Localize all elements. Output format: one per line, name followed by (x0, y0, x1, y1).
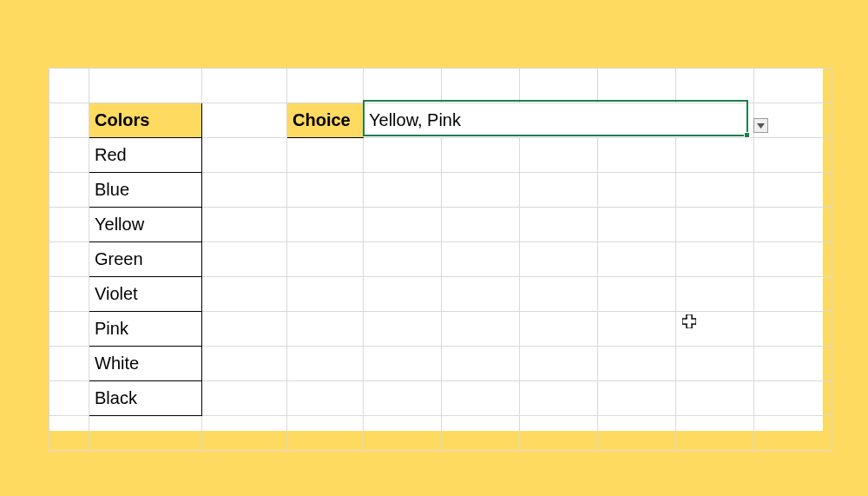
cell[interactable] (676, 208, 754, 242)
cell[interactable] (202, 69, 287, 103)
cell[interactable] (287, 381, 364, 416)
cell[interactable] (520, 208, 598, 242)
cell[interactable] (202, 312, 287, 347)
cell[interactable] (202, 277, 287, 312)
cell[interactable] (287, 173, 364, 208)
cell[interactable] (754, 69, 832, 103)
cell[interactable] (754, 242, 832, 277)
cell[interactable] (49, 381, 89, 416)
cell[interactable] (442, 242, 520, 277)
cell[interactable] (49, 208, 89, 242)
cell[interactable] (520, 173, 598, 208)
cell[interactable] (202, 242, 287, 277)
cell[interactable] (754, 173, 832, 208)
cell[interactable] (364, 347, 442, 381)
cell[interactable] (520, 347, 598, 381)
colors-header-cell[interactable]: Colors (89, 103, 202, 138)
cell[interactable] (598, 208, 676, 242)
cell[interactable] (49, 69, 89, 103)
cell[interactable] (520, 69, 598, 103)
list-item[interactable]: Violet (89, 277, 202, 312)
list-item[interactable]: Pink (89, 312, 202, 347)
cell[interactable] (598, 277, 676, 312)
cell[interactable] (442, 173, 520, 208)
cell[interactable] (520, 242, 598, 277)
choice-header-cell[interactable]: Choice (287, 103, 364, 138)
grid[interactable]: Colors Choice Yellow, Pink Red Blue (49, 68, 832, 451)
cell[interactable] (202, 347, 287, 381)
cell[interactable] (676, 173, 754, 208)
list-item[interactable]: Red (89, 138, 202, 173)
cell[interactable] (364, 416, 442, 451)
cell[interactable] (442, 416, 520, 451)
cell[interactable] (287, 347, 364, 381)
cell[interactable] (49, 103, 89, 138)
cell[interactable] (49, 416, 89, 451)
cell[interactable] (364, 138, 442, 173)
cell[interactable] (287, 208, 364, 242)
cell[interactable] (49, 242, 89, 277)
cell[interactable] (754, 138, 832, 173)
cell[interactable] (520, 138, 598, 173)
cell[interactable] (364, 69, 442, 103)
cell[interactable] (49, 138, 89, 173)
cell[interactable] (287, 242, 364, 277)
cell[interactable] (202, 208, 287, 242)
list-item[interactable]: Black (89, 381, 202, 416)
list-item[interactable]: Yellow (89, 208, 202, 242)
cell[interactable] (287, 277, 364, 312)
cell[interactable] (520, 277, 598, 312)
list-item[interactable]: Blue (89, 173, 202, 208)
cell[interactable] (442, 69, 520, 103)
cell[interactable] (754, 416, 832, 451)
cell[interactable] (442, 347, 520, 381)
cell[interactable] (287, 69, 364, 103)
cell[interactable] (49, 347, 89, 381)
cell[interactable] (202, 416, 287, 451)
cell[interactable] (598, 138, 676, 173)
cell[interactable] (364, 173, 442, 208)
spreadsheet-area[interactable]: Colors Choice Yellow, Pink Red Blue (49, 68, 823, 431)
cell[interactable] (49, 312, 89, 347)
cell[interactable] (202, 138, 287, 173)
data-validation-dropdown-button[interactable] (753, 118, 768, 133)
cell[interactable] (754, 347, 832, 381)
cell[interactable] (676, 138, 754, 173)
cell[interactable] (520, 312, 598, 347)
choice-value-cell[interactable]: Yellow, Pink (364, 103, 754, 138)
cell[interactable] (598, 69, 676, 103)
cell[interactable] (364, 242, 442, 277)
cell[interactable] (89, 416, 202, 451)
cell[interactable] (754, 208, 832, 242)
cell[interactable] (598, 242, 676, 277)
list-item[interactable]: Green (89, 242, 202, 277)
cell[interactable] (364, 381, 442, 416)
cell[interactable] (202, 173, 287, 208)
cell[interactable] (754, 381, 832, 416)
cell[interactable] (676, 347, 754, 381)
cell[interactable] (676, 277, 754, 312)
cell[interactable] (676, 381, 754, 416)
cell[interactable] (754, 277, 832, 312)
cell[interactable] (49, 277, 89, 312)
cell[interactable] (676, 69, 754, 103)
cell[interactable] (202, 381, 287, 416)
cell[interactable] (598, 381, 676, 416)
cell[interactable] (442, 381, 520, 416)
cell[interactable] (364, 208, 442, 242)
cell[interactable] (676, 242, 754, 277)
cell[interactable] (442, 312, 520, 347)
cell[interactable] (364, 277, 442, 312)
cell[interactable] (287, 416, 364, 451)
cell[interactable] (89, 69, 202, 103)
cell[interactable] (364, 312, 442, 347)
cell[interactable] (287, 312, 364, 347)
cell[interactable] (442, 277, 520, 312)
cell[interactable] (676, 416, 754, 451)
cell[interactable] (520, 381, 598, 416)
cell[interactable] (754, 312, 832, 347)
cell[interactable] (520, 416, 598, 451)
cell[interactable] (442, 208, 520, 242)
cell[interactable] (598, 312, 676, 347)
list-item[interactable]: White (89, 347, 202, 381)
